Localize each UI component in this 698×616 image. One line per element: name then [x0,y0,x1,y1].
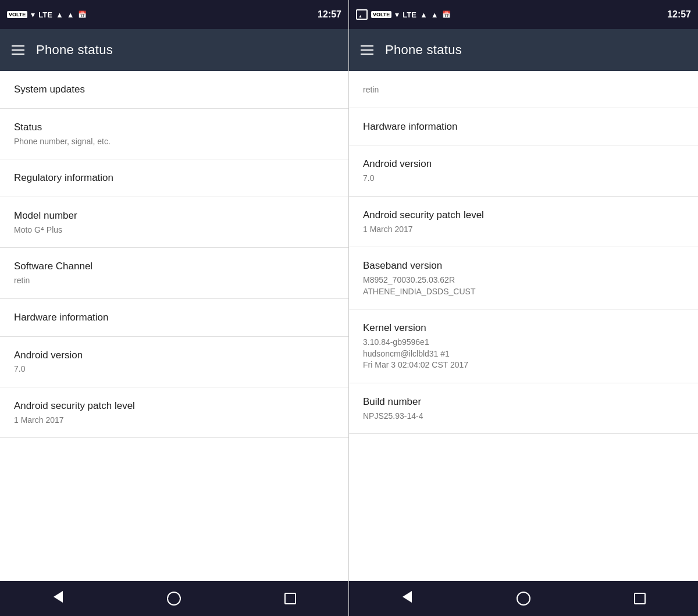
signal-icon-right: ▲ [420,10,428,19]
baseband-title: Baseband version [363,259,684,273]
system-updates-title: System updates [14,83,334,97]
model-title: Model number [14,209,334,223]
right-app-bar: Phone status [349,29,698,71]
right-panel: VOLTE ▾ LTE ▲ ▲ 📅 12:57 Phone status ret… [349,0,698,616]
baseband-subtitle: M8952_70030.25.03.62R ATHENE_INDIA_DSDS_… [363,275,684,297]
build-number-subtitle: NPJS25.93-14-4 [363,411,684,422]
menu-item-model[interactable]: Model number Moto G⁴ Plus [0,197,348,248]
home-button-right[interactable] [512,587,535,610]
left-menu-button[interactable] [12,45,24,55]
left-content: System updates Status Phone number, sign… [0,71,348,581]
signal-icon2-left: ▲ [67,10,74,19]
menu-item-hardware-info-left[interactable]: Hardware information [0,299,348,337]
menu-item-hardware-info-right[interactable]: Hardware information [349,108,698,146]
home-button-left[interactable] [162,587,186,610]
kernel-title: Kernel version [363,321,684,335]
hamburger-line-1-right [361,45,373,47]
volte-badge-left: VOLTE [7,11,27,18]
recents-button-left[interactable] [279,587,302,610]
menu-item-security-patch-right[interactable]: Android security patch level 1 March 201… [349,197,698,247]
menu-item-android-version-right[interactable]: Android version 7.0 [349,145,698,196]
lte-label-right: LTE [403,10,416,19]
hamburger-line-3-right [361,54,373,55]
right-page-title: Phone status [385,42,462,58]
menu-item-regulatory[interactable]: Regulatory information [0,159,348,197]
status-title: Status [14,120,334,134]
android-version-subtitle-right: 7.0 [363,173,684,184]
hamburger-line-3 [12,54,24,55]
android-version-subtitle-left: 7.0 [14,364,334,375]
menu-item-retin[interactable]: retin [349,71,698,108]
security-patch-subtitle-right: 1 March 2017 [363,224,684,236]
software-channel-subtitle: retin [14,275,334,287]
right-status-indicators: VOLTE ▾ LTE ▲ ▲ 📅 [356,9,665,20]
hardware-info-title-left: Hardware information [14,311,334,325]
back-button-right[interactable] [396,587,419,610]
image-icon-right [356,9,368,20]
back-icon-left [54,591,63,606]
right-content: retin Hardware information Android versi… [349,71,698,581]
android-version-title-right: Android version [363,157,684,171]
menu-item-kernel[interactable]: Kernel version 3.10.84-gb9596e1 hudsoncm… [349,309,698,383]
menu-item-status[interactable]: Status Phone number, signal, etc. [0,109,348,159]
wifi-icon-right: ▾ [395,10,399,19]
menu-item-system-updates[interactable]: System updates [0,71,348,109]
recents-button-right[interactable] [628,587,651,610]
status-subtitle: Phone number, signal, etc. [14,136,334,148]
signal-icon2-right: ▲ [431,10,439,19]
left-bottom-nav [0,581,348,616]
menu-item-software-channel[interactable]: Software Channel retin [0,248,348,298]
recents-icon-right [634,593,646,604]
time-left: 12:57 [318,9,341,20]
left-app-bar: Phone status [0,29,348,71]
calendar-icon-right: 📅 [442,10,451,19]
left-panel: VOLTE ▾ LTE ▲ ▲ 📅 12:57 Phone status Sys… [0,0,349,616]
hamburger-line-2-right [361,49,373,51]
hardware-info-title-right: Hardware information [363,120,684,134]
menu-item-build-number[interactable]: Build number NPJS25.93-14-4 [349,383,698,434]
time-right: 12:57 [667,9,691,20]
security-patch-subtitle-left: 1 March 2017 [14,415,334,426]
wifi-icon-left: ▾ [31,10,35,19]
lte-label-left: LTE [38,10,52,19]
security-patch-title-left: Android security patch level [14,399,334,413]
security-patch-title-right: Android security patch level [363,208,684,222]
back-icon-right [403,591,412,606]
software-channel-title: Software Channel [14,259,334,273]
left-page-title: Phone status [36,42,113,58]
hamburger-line-1 [12,45,24,47]
regulatory-title: Regulatory information [14,171,334,185]
model-subtitle: Moto G⁴ Plus [14,225,334,236]
android-version-title-left: Android version [14,348,334,362]
recents-icon-left [284,593,296,604]
left-status-bar: VOLTE ▾ LTE ▲ ▲ 📅 12:57 [0,0,348,29]
right-status-bar: VOLTE ▾ LTE ▲ ▲ 📅 12:57 [349,0,698,29]
menu-item-security-patch-left[interactable]: Android security patch level 1 March 201… [0,387,348,438]
volte-badge-right: VOLTE [371,11,391,18]
signal-icon-left: ▲ [56,10,63,19]
retin-subtitle: retin [363,84,684,96]
home-icon-right [517,592,530,606]
right-bottom-nav [349,581,698,616]
left-status-indicators: VOLTE ▾ LTE ▲ ▲ 📅 [7,10,315,19]
build-number-title: Build number [363,395,684,409]
home-icon-left [167,592,181,606]
menu-item-baseband[interactable]: Baseband version M8952_70030.25.03.62R A… [349,247,698,309]
calendar-icon-left: 📅 [78,10,87,19]
hamburger-line-2 [12,49,24,51]
kernel-subtitle: 3.10.84-gb9596e1 hudsoncm@ilclbld31 #1 F… [363,337,684,371]
back-button-left[interactable] [47,587,70,610]
right-menu-button[interactable] [361,45,373,55]
menu-item-android-version-left[interactable]: Android version 7.0 [0,337,348,387]
